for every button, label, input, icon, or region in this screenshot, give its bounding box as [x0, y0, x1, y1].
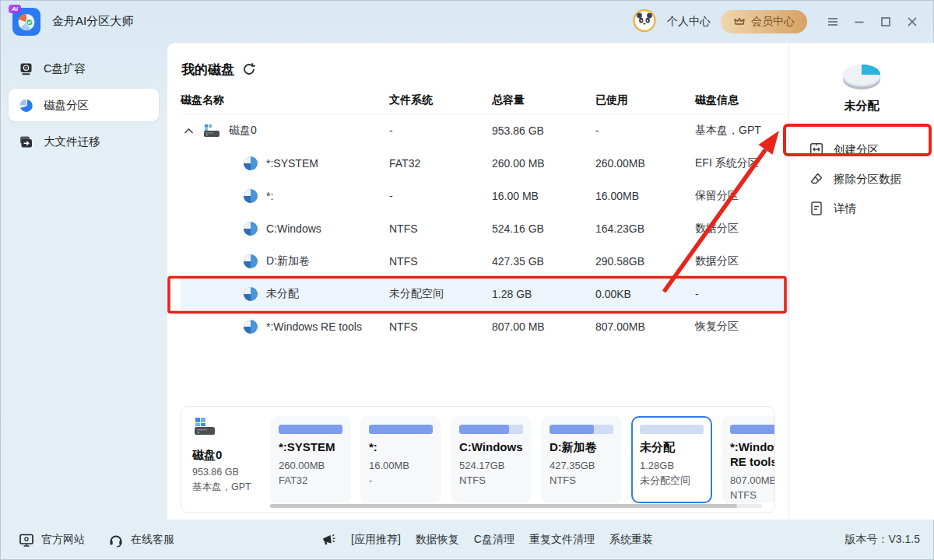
minimize-button[interactable] [848, 11, 870, 33]
sidebar-item-large-file-migration[interactable]: 大文件迁移 [9, 125, 159, 158]
disk-summary-type: 基本盘，GPT [192, 480, 270, 495]
usage-bar [279, 425, 342, 434]
table-row-disk0[interactable]: 磁盘0 - 953.86 GB - 基本盘，GPT [181, 114, 788, 147]
close-button[interactable] [901, 11, 923, 33]
online-support-link[interactable]: 在线客服 [108, 533, 174, 548]
table-row-partition[interactable]: *:SYSTEM FAT32 260.00 MB 260.00MB EFI 系统… [181, 147, 788, 180]
cards-scrollbar[interactable] [270, 504, 762, 508]
table-row-partition[interactable]: *: - 16.00 MB 16.00MB 保留分区 [181, 180, 788, 212]
partition-name: *:SYSTEM [266, 157, 318, 170]
partition-pie-icon [243, 188, 258, 204]
maximize-button[interactable] [875, 11, 897, 33]
disk-summary-name: 磁盘0 [192, 448, 270, 463]
hard-drive-icon [19, 61, 33, 76]
partition-card-unallocated-selected[interactable]: 未分配 1.28GB 未分配空间 [631, 416, 712, 503]
sidebar-item-label: C盘扩容 [44, 61, 86, 76]
eraser-icon [809, 171, 824, 187]
sidebar: C盘扩容 磁盘分区 大文件迁移 [0, 43, 167, 520]
file-migrate-icon [19, 135, 33, 149]
sidebar-item-label: 磁盘分区 [44, 98, 89, 113]
partition-card[interactable]: D:新加卷 427.35GB NTFS [541, 416, 622, 503]
ai-badge: AI [9, 5, 21, 13]
version-label: 版本号：V3.1.5 [845, 520, 920, 560]
create-partition-button[interactable]: 创建分区 [789, 135, 934, 164]
monitor-icon [19, 533, 34, 548]
online-support-label: 在线客服 [131, 533, 174, 547]
official-website-link[interactable]: 官方网站 [19, 533, 85, 548]
document-icon [809, 201, 824, 216]
promo-data-recovery[interactable]: 数据恢复 [416, 533, 459, 547]
table-row-partition[interactable]: D:新加卷 NTFS 427.35 GB 290.58GB 数据分区 [181, 245, 788, 278]
partition-name: *:Windows RE tools [266, 320, 362, 333]
app-title: 金舟AI分区大师 [52, 14, 133, 29]
user-center-link[interactable]: 个人中心 [667, 15, 711, 29]
menu-icon[interactable] [822, 11, 844, 33]
partition-pie-icon [243, 286, 258, 302]
erase-partition-label: 擦除分区数据 [834, 172, 901, 187]
footer-bar: 官方网站 在线客服 [应用推荐] 数据恢复 C盘清理 重复文件清理 [0, 520, 934, 560]
usage-bar [369, 425, 433, 434]
selected-partition-label: 未分配 [789, 99, 934, 114]
partition-map-panel: 磁盘0 953.86 GB 基本盘，GPT *:SYSTEM 260.00MB … [181, 406, 775, 513]
collapse-caret-icon[interactable] [182, 128, 195, 135]
refresh-icon[interactable] [242, 62, 256, 79]
col-header-name: 磁盘名称 [181, 93, 389, 107]
official-website-label: 官方网站 [41, 533, 85, 547]
details-label: 详情 [834, 201, 856, 216]
create-partition-label: 创建分区 [834, 142, 879, 157]
table-row-partition[interactable]: *:Windows RE tools NTFS 807.00 MB 807.00… [181, 310, 788, 343]
app-logo-icon: AI [12, 8, 40, 36]
sidebar-item-label: 大文件迁移 [44, 135, 100, 149]
promo-app-recommend[interactable]: [应用推荐] [351, 533, 401, 547]
disk-content: 我的磁盘 磁盘名称 文件系统 总容量 已使用 磁盘信息 [167, 43, 788, 520]
erase-partition-button[interactable]: 擦除分区数据 [789, 164, 934, 194]
partition-pie-icon [243, 156, 258, 171]
pie-partition-icon [19, 98, 33, 113]
partition-card[interactable]: C:Windows 524.17GB NTFS [451, 416, 532, 503]
disk-table: 磁盘名称 文件系统 总容量 已使用 磁盘信息 [181, 86, 788, 343]
disk-name: 磁盘0 [229, 124, 257, 138]
partition-card[interactable]: *:SYSTEM 260.00MB FAT32 [270, 416, 351, 503]
window-controls [822, 11, 923, 33]
headset-icon [108, 533, 124, 548]
disk-summary-capacity: 953.86 GB [192, 465, 270, 480]
partition-card[interactable]: *: 16.00MB - [360, 416, 441, 503]
page-title: 我的磁盘 [181, 60, 234, 80]
app-window: AI 金舟AI分区大师 个人中心 [0, 0, 934, 560]
member-center-label: 会员中心 [751, 15, 795, 29]
title-bar: AI 金舟AI分区大师 个人中心 [0, 0, 934, 43]
main-panel: 我的磁盘 磁盘名称 文件系统 总容量 已使用 磁盘信息 [167, 43, 934, 520]
table-row-partition[interactable]: C:Windows NTFS 524.16 GB 164.23GB 数据分区 [181, 212, 788, 245]
partition-name: *: [266, 190, 273, 202]
partition-name: C:Windows [266, 222, 321, 235]
member-center-button[interactable]: 会员中心 [721, 10, 807, 33]
table-header: 磁盘名称 文件系统 总容量 已使用 磁盘信息 [181, 86, 788, 114]
usage-bar [550, 425, 613, 434]
table-row-unallocated-selected[interactable]: 未分配 未分配空间 1.28 GB 0.00KB - [181, 278, 788, 310]
col-header-total: 总容量 [492, 93, 595, 107]
partition-pie-icon [243, 254, 258, 269]
partition-card[interactable]: *:Windows RE tools 807.00MB NTFS [722, 416, 775, 503]
partition-cards: *:SYSTEM 260.00MB FAT32 *: 16.00MB - [270, 416, 775, 503]
selected-partition-pie-icon [840, 58, 883, 94]
sidebar-item-disk-partition[interactable]: 磁盘分区 [9, 89, 159, 121]
partition-pie-icon [243, 221, 258, 236]
col-header-fs: 文件系统 [389, 93, 492, 107]
user-avatar[interactable] [632, 8, 657, 36]
crown-icon [733, 16, 746, 27]
partition-name: 未分配 [266, 287, 299, 301]
disk-drive-icon [201, 122, 223, 139]
disk-drive-icon [192, 416, 220, 439]
usage-bar [459, 425, 523, 434]
usage-bar [640, 425, 704, 434]
promo-system-reinstall[interactable]: 系统重装 [609, 533, 653, 547]
action-panel: 未分配 创建分区 擦除分区数据 [788, 43, 934, 520]
promo-c-drive-clean[interactable]: C盘清理 [474, 533, 514, 547]
promo-duplicate-clean[interactable]: 重复文件清理 [529, 533, 595, 547]
megaphone-icon [321, 533, 336, 548]
sidebar-item-c-drive-expand[interactable]: C盘扩容 [9, 52, 159, 85]
col-header-used: 已使用 [595, 93, 695, 107]
partition-pie-icon [243, 319, 258, 334]
details-button[interactable]: 详情 [789, 194, 934, 223]
col-header-info: 磁盘信息 [695, 93, 788, 107]
